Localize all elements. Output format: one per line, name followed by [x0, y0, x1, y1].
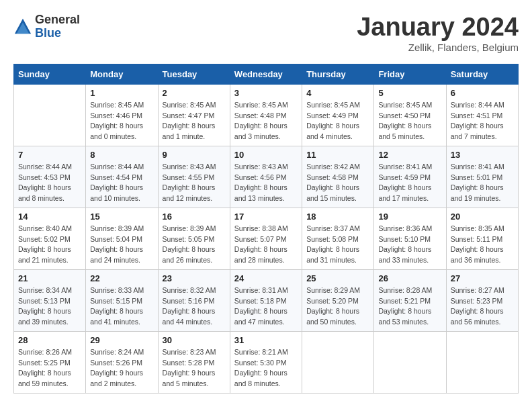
day-number: 31 — [234, 335, 298, 345]
weekday-header-saturday: Saturday — [446, 64, 518, 84]
main-title: January 2024 — [357, 13, 519, 42]
day-info: Sunrise: 8:42 AM Sunset: 4:58 PM Dayligh… — [306, 162, 369, 204]
day-number: 8 — [90, 150, 153, 160]
day-info: Sunrise: 8:45 AM Sunset: 4:48 PM Dayligh… — [234, 100, 298, 142]
calendar-cell: 14Sunrise: 8:40 AM Sunset: 5:02 PM Dayli… — [14, 208, 86, 269]
calendar-cell: 11Sunrise: 8:42 AM Sunset: 4:58 PM Dayli… — [302, 146, 374, 208]
calendar-cell — [374, 331, 446, 393]
day-info: Sunrise: 8:39 AM Sunset: 5:05 PM Dayligh… — [163, 224, 226, 266]
calendar-cell: 6Sunrise: 8:44 AM Sunset: 4:51 PM Daylig… — [446, 84, 518, 146]
day-number: 14 — [18, 212, 81, 222]
day-number: 15 — [90, 212, 153, 222]
calendar-cell: 15Sunrise: 8:39 AM Sunset: 5:04 PM Dayli… — [86, 208, 158, 269]
day-number: 20 — [451, 212, 514, 222]
day-number: 29 — [90, 335, 153, 345]
day-number: 4 — [306, 88, 369, 98]
calendar-cell: 22Sunrise: 8:33 AM Sunset: 5:15 PM Dayli… — [86, 269, 158, 331]
day-info: Sunrise: 8:44 AM Sunset: 4:53 PM Dayligh… — [18, 162, 81, 204]
logo-icon — [13, 17, 32, 36]
title-section: January 2024 Zellik, Flanders, Belgium — [357, 13, 519, 53]
day-info: Sunrise: 8:32 AM Sunset: 5:16 PM Dayligh… — [163, 285, 226, 328]
day-info: Sunrise: 8:45 AM Sunset: 4:47 PM Dayligh… — [163, 100, 226, 142]
calendar-cell: 13Sunrise: 8:41 AM Sunset: 5:01 PM Dayli… — [446, 146, 518, 208]
day-info: Sunrise: 8:34 AM Sunset: 5:13 PM Dayligh… — [18, 285, 81, 328]
calendar-cell: 10Sunrise: 8:43 AM Sunset: 4:56 PM Dayli… — [230, 146, 302, 208]
calendar-cell: 31Sunrise: 8:21 AM Sunset: 5:30 PM Dayli… — [230, 331, 302, 393]
calendar-cell: 9Sunrise: 8:43 AM Sunset: 4:55 PM Daylig… — [158, 146, 230, 208]
subtitle: Zellik, Flanders, Belgium — [357, 42, 519, 53]
weekday-header-tuesday: Tuesday — [158, 64, 230, 84]
weekday-header-monday: Monday — [86, 64, 158, 84]
calendar-cell: 19Sunrise: 8:36 AM Sunset: 5:10 PM Dayli… — [374, 208, 446, 269]
day-number: 11 — [306, 150, 369, 160]
day-number: 9 — [163, 150, 226, 160]
day-info: Sunrise: 8:41 AM Sunset: 4:59 PM Dayligh… — [378, 162, 441, 204]
calendar-cell: 23Sunrise: 8:32 AM Sunset: 5:16 PM Dayli… — [158, 269, 230, 331]
day-info: Sunrise: 8:43 AM Sunset: 4:55 PM Dayligh… — [163, 162, 226, 204]
logo-text: General Blue — [35, 13, 80, 40]
day-number: 12 — [378, 150, 441, 160]
day-info: Sunrise: 8:45 AM Sunset: 4:50 PM Dayligh… — [378, 100, 441, 142]
weekday-header-row: SundayMondayTuesdayWednesdayThursdayFrid… — [14, 64, 519, 84]
calendar-cell: 5Sunrise: 8:45 AM Sunset: 4:50 PM Daylig… — [374, 84, 446, 146]
calendar-cell: 30Sunrise: 8:23 AM Sunset: 5:28 PM Dayli… — [158, 331, 230, 393]
weekday-header-wednesday: Wednesday — [230, 64, 302, 84]
day-number: 16 — [163, 212, 226, 222]
day-number: 5 — [378, 88, 441, 98]
day-number: 13 — [451, 150, 514, 160]
day-info: Sunrise: 8:29 AM Sunset: 5:20 PM Dayligh… — [306, 285, 369, 328]
logo-blue: Blue — [35, 27, 80, 40]
day-info: Sunrise: 8:27 AM Sunset: 5:23 PM Dayligh… — [451, 285, 514, 328]
day-info: Sunrise: 8:33 AM Sunset: 5:15 PM Dayligh… — [90, 285, 153, 328]
day-number: 6 — [451, 88, 514, 98]
logo: General Blue — [13, 13, 80, 40]
calendar-cell: 28Sunrise: 8:26 AM Sunset: 5:25 PM Dayli… — [14, 331, 86, 393]
day-number: 3 — [234, 88, 298, 98]
day-info: Sunrise: 8:44 AM Sunset: 4:51 PM Dayligh… — [451, 100, 514, 142]
weekday-header-sunday: Sunday — [14, 64, 86, 84]
calendar-cell: 1Sunrise: 8:45 AM Sunset: 4:46 PM Daylig… — [86, 84, 158, 146]
calendar-week-row: 7Sunrise: 8:44 AM Sunset: 4:53 PM Daylig… — [14, 146, 519, 208]
calendar-cell: 26Sunrise: 8:28 AM Sunset: 5:21 PM Dayli… — [374, 269, 446, 331]
day-info: Sunrise: 8:23 AM Sunset: 5:28 PM Dayligh… — [163, 347, 226, 390]
calendar-cell: 27Sunrise: 8:27 AM Sunset: 5:23 PM Dayli… — [446, 269, 518, 331]
calendar-cell: 4Sunrise: 8:45 AM Sunset: 4:49 PM Daylig… — [302, 84, 374, 146]
day-info: Sunrise: 8:21 AM Sunset: 5:30 PM Dayligh… — [234, 347, 298, 390]
day-number: 17 — [234, 212, 298, 222]
day-info: Sunrise: 8:26 AM Sunset: 5:25 PM Dayligh… — [18, 347, 81, 390]
calendar-table: SundayMondayTuesdayWednesdayThursdayFrid… — [13, 64, 519, 394]
calendar-cell — [14, 84, 86, 146]
calendar-cell: 18Sunrise: 8:37 AM Sunset: 5:08 PM Dayli… — [302, 208, 374, 269]
day-number: 22 — [90, 273, 153, 283]
calendar-cell: 2Sunrise: 8:45 AM Sunset: 4:47 PM Daylig… — [158, 84, 230, 146]
calendar-cell: 29Sunrise: 8:24 AM Sunset: 5:26 PM Dayli… — [86, 331, 158, 393]
day-info: Sunrise: 8:38 AM Sunset: 5:07 PM Dayligh… — [234, 224, 298, 266]
logo-general: General — [35, 13, 80, 27]
day-number: 26 — [378, 273, 441, 283]
day-number: 10 — [234, 150, 298, 160]
weekday-header-friday: Friday — [374, 64, 446, 84]
day-info: Sunrise: 8:40 AM Sunset: 5:02 PM Dayligh… — [18, 224, 81, 266]
day-info: Sunrise: 8:45 AM Sunset: 4:49 PM Dayligh… — [306, 100, 369, 142]
day-info: Sunrise: 8:45 AM Sunset: 4:46 PM Dayligh… — [90, 100, 153, 142]
calendar-week-row: 1Sunrise: 8:45 AM Sunset: 4:46 PM Daylig… — [14, 84, 519, 146]
day-number: 18 — [306, 212, 369, 222]
calendar-cell: 24Sunrise: 8:31 AM Sunset: 5:18 PM Dayli… — [230, 269, 302, 331]
day-info: Sunrise: 8:28 AM Sunset: 5:21 PM Dayligh… — [378, 285, 441, 328]
day-number: 1 — [90, 88, 153, 98]
day-info: Sunrise: 8:35 AM Sunset: 5:11 PM Dayligh… — [451, 224, 514, 266]
day-number: 7 — [18, 150, 81, 160]
day-info: Sunrise: 8:39 AM Sunset: 5:04 PM Dayligh… — [90, 224, 153, 266]
calendar-cell: 12Sunrise: 8:41 AM Sunset: 4:59 PM Dayli… — [374, 146, 446, 208]
day-number: 28 — [18, 335, 81, 345]
day-info: Sunrise: 8:44 AM Sunset: 4:54 PM Dayligh… — [90, 162, 153, 204]
day-info: Sunrise: 8:43 AM Sunset: 4:56 PM Dayligh… — [234, 162, 298, 204]
calendar-week-row: 21Sunrise: 8:34 AM Sunset: 5:13 PM Dayli… — [14, 269, 519, 331]
day-info: Sunrise: 8:31 AM Sunset: 5:18 PM Dayligh… — [234, 285, 298, 328]
calendar-cell: 3Sunrise: 8:45 AM Sunset: 4:48 PM Daylig… — [230, 84, 302, 146]
calendar-cell: 17Sunrise: 8:38 AM Sunset: 5:07 PM Dayli… — [230, 208, 302, 269]
day-number: 2 — [163, 88, 226, 98]
calendar-cell: 21Sunrise: 8:34 AM Sunset: 5:13 PM Dayli… — [14, 269, 86, 331]
calendar-cell — [446, 331, 518, 393]
day-info: Sunrise: 8:36 AM Sunset: 5:10 PM Dayligh… — [378, 224, 441, 266]
